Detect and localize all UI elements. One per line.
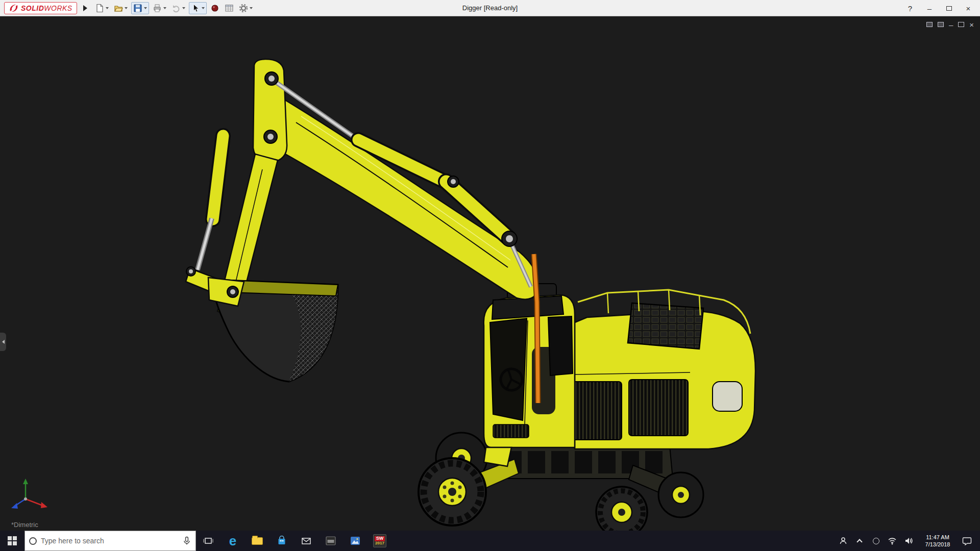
mail-icon bbox=[301, 537, 311, 545]
open-document-icon bbox=[114, 4, 123, 13]
maximize-button[interactable] bbox=[940, 2, 958, 15]
terminal-icon bbox=[325, 536, 336, 546]
help-button[interactable]: ? bbox=[901, 2, 919, 15]
search-input[interactable] bbox=[41, 537, 178, 545]
digger-3d-model[interactable] bbox=[0, 16, 980, 531]
select-tool-dropdown-icon[interactable] bbox=[202, 7, 205, 9]
titlebar: SOLIDWORKS bbox=[0, 0, 980, 16]
action-center-icon[interactable] bbox=[960, 531, 974, 551]
store-app-button[interactable] bbox=[270, 531, 294, 551]
microphone-icon[interactable] bbox=[182, 536, 191, 545]
doc-close-icon[interactable]: × bbox=[969, 20, 974, 29]
task-view-button[interactable] bbox=[196, 531, 220, 551]
file-explorer-button[interactable] bbox=[245, 531, 270, 551]
people-icon[interactable] bbox=[836, 531, 850, 551]
options-dropdown-icon[interactable] bbox=[250, 7, 253, 9]
cab-group bbox=[484, 284, 575, 466]
file-explorer-icon bbox=[252, 537, 263, 545]
undo-icon bbox=[172, 4, 181, 13]
maximize-icon bbox=[946, 6, 952, 11]
open-document-button[interactable] bbox=[112, 2, 129, 14]
wifi-icon[interactable] bbox=[885, 531, 899, 551]
graphics-viewport[interactable]: – × *Dimetric bbox=[0, 16, 980, 531]
view-orientation-label: *Dimetric bbox=[11, 521, 38, 529]
doc-window-icon-1[interactable] bbox=[926, 20, 933, 29]
taskbar: e SW 2017 bbox=[0, 531, 980, 551]
save-dropdown-icon[interactable] bbox=[144, 7, 147, 9]
photos-icon bbox=[350, 536, 361, 546]
options-button[interactable] bbox=[237, 2, 254, 14]
doc-restore-icon[interactable] bbox=[958, 20, 964, 29]
taskbar-clock[interactable]: 11:47 AM 7/13/2018 bbox=[918, 534, 958, 548]
clock-time: 11:47 AM bbox=[918, 534, 958, 541]
doc-window-icon-2[interactable] bbox=[938, 20, 944, 29]
clock-date: 7/13/2018 bbox=[918, 541, 958, 548]
photos-app-button[interactable] bbox=[343, 531, 368, 551]
edge-app-button[interactable]: e bbox=[220, 531, 245, 551]
new-document-button[interactable] bbox=[93, 2, 110, 14]
save-icon bbox=[133, 4, 142, 13]
solidworks-app-button[interactable]: SW 2017 bbox=[368, 531, 392, 551]
undo-dropdown-icon[interactable] bbox=[182, 7, 185, 9]
hidden-icons-chevron[interactable] bbox=[852, 531, 867, 551]
terminal-app-button[interactable] bbox=[318, 531, 343, 551]
print-icon bbox=[153, 4, 162, 13]
new-document-icon bbox=[95, 4, 104, 13]
taskbar-search[interactable] bbox=[24, 531, 196, 551]
solidworks-logo: SOLIDWORKS bbox=[4, 2, 77, 14]
select-tool-button[interactable] bbox=[189, 2, 207, 14]
design-table-button[interactable] bbox=[223, 2, 235, 14]
windows-logo-icon bbox=[8, 536, 17, 545]
menu-flyout-arrow-icon[interactable] bbox=[83, 5, 87, 11]
panel-flyout-tab[interactable] bbox=[0, 333, 6, 351]
select-cursor-icon bbox=[191, 4, 200, 13]
print-button[interactable] bbox=[151, 2, 168, 14]
store-icon bbox=[277, 536, 287, 546]
close-button[interactable]: × bbox=[960, 2, 977, 15]
window-controls: ? – × bbox=[901, 0, 977, 16]
flyout-arrow-icon bbox=[2, 340, 5, 344]
brand-name: SOLIDWORKS bbox=[21, 4, 72, 12]
appearance-sphere-icon bbox=[210, 4, 219, 13]
cortana-icon bbox=[29, 537, 37, 545]
body-group bbox=[564, 290, 755, 449]
start-button[interactable] bbox=[0, 531, 24, 551]
orientation-triad bbox=[7, 477, 54, 516]
open-document-dropdown-icon[interactable] bbox=[125, 7, 128, 9]
design-table-icon bbox=[225, 4, 234, 13]
gear-icon bbox=[239, 4, 248, 13]
save-button[interactable] bbox=[131, 2, 149, 14]
appearance-button[interactable] bbox=[209, 2, 221, 14]
document-window-controls: – × bbox=[926, 20, 974, 29]
undo-button[interactable] bbox=[170, 2, 187, 14]
minimize-button[interactable]: – bbox=[921, 2, 938, 15]
solidworks-2017-icon: SW 2017 bbox=[373, 534, 386, 547]
mail-app-button[interactable] bbox=[294, 531, 318, 551]
edge-icon: e bbox=[229, 534, 236, 547]
print-dropdown-icon[interactable] bbox=[163, 7, 166, 9]
doc-minimize-icon[interactable]: – bbox=[949, 20, 953, 29]
new-document-dropdown-icon[interactable] bbox=[106, 7, 109, 9]
task-view-icon bbox=[203, 537, 213, 545]
volume-icon[interactable] bbox=[901, 531, 916, 551]
system-tray: 11:47 AM 7/13/2018 bbox=[836, 531, 980, 551]
ds-logo-icon bbox=[9, 4, 19, 13]
network-status-icon[interactable] bbox=[869, 531, 883, 551]
